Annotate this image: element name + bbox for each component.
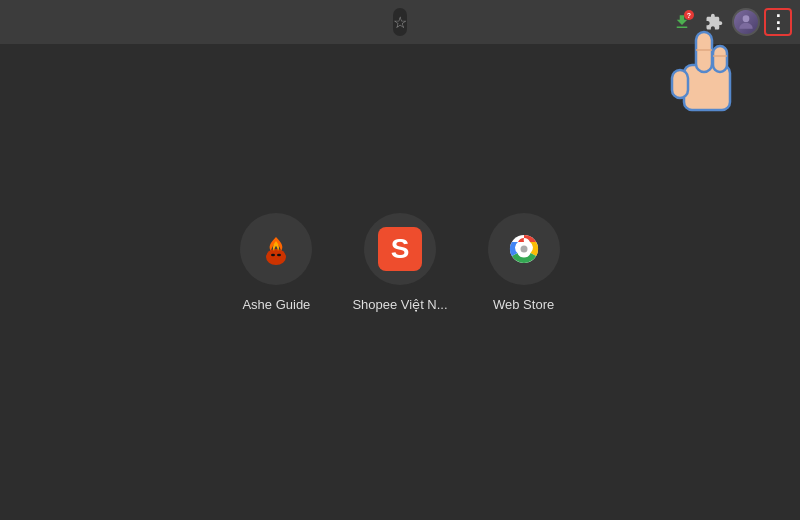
extensions-icon xyxy=(705,13,723,31)
shortcut-shopee[interactable]: S Shopee Việt N... xyxy=(352,213,447,312)
web-store-icon xyxy=(504,229,544,269)
download-button[interactable]: ? xyxy=(668,8,696,36)
shortcut-ashe-guide[interactable]: Ashe Guide xyxy=(240,213,312,312)
shortcuts-grid: Ashe Guide S Shopee Việt N... xyxy=(240,213,559,312)
new-tab-page: Ashe Guide S Shopee Việt N... xyxy=(0,44,800,520)
bookmark-icon[interactable]: ☆ xyxy=(393,13,407,32)
shopee-icon-circle: S xyxy=(364,213,436,285)
download-badge: ? xyxy=(684,10,694,20)
web-store-icon-circle xyxy=(488,213,560,285)
avatar xyxy=(734,10,758,34)
toolbar-icons: ? ⋮ xyxy=(668,8,792,36)
svg-point-2 xyxy=(271,253,275,255)
browser-toolbar: ☆ ? ⋮ xyxy=(0,0,800,44)
three-dot-icon: ⋮ xyxy=(769,11,788,33)
menu-button[interactable]: ⋮ xyxy=(764,8,792,36)
address-bar[interactable]: ☆ xyxy=(393,8,407,36)
avatar-icon xyxy=(736,12,756,32)
web-store-label: Web Store xyxy=(493,297,554,312)
svg-point-3 xyxy=(277,253,281,255)
shortcut-web-store[interactable]: Web Store xyxy=(488,213,560,312)
ashe-guide-icon xyxy=(256,229,296,269)
svg-point-0 xyxy=(743,15,750,22)
ashe-guide-icon-circle xyxy=(240,213,312,285)
shopee-label: Shopee Việt N... xyxy=(352,297,447,312)
extensions-button[interactable] xyxy=(700,8,728,36)
svg-point-6 xyxy=(520,245,527,252)
profile-button[interactable] xyxy=(732,8,760,36)
ashe-guide-label: Ashe Guide xyxy=(242,297,310,312)
shopee-icon: S xyxy=(378,227,422,271)
svg-point-1 xyxy=(266,249,286,265)
